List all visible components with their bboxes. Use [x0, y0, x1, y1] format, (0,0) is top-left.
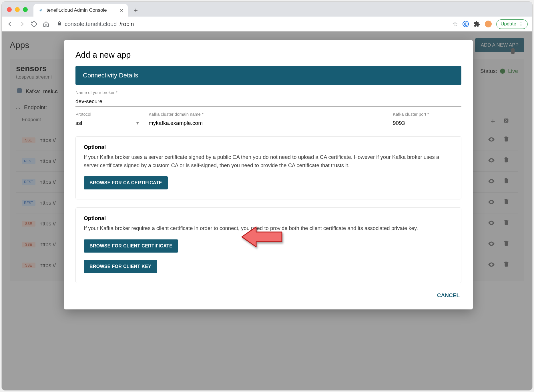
- url-host: console.tenefit.cloud: [65, 21, 117, 27]
- close-tab-icon[interactable]: ×: [120, 7, 123, 14]
- extensions-icon[interactable]: [473, 21, 480, 27]
- protocol-select[interactable]: [75, 118, 141, 128]
- ca-help-text: If your Kafka broker uses a server certi…: [84, 153, 453, 169]
- url-field[interactable]: console.tenefit.cloud/robin: [54, 21, 448, 27]
- profile-avatar-icon[interactable]: [485, 21, 492, 27]
- update-button[interactable]: Update ⋮: [496, 19, 528, 29]
- close-window-icon[interactable]: [7, 7, 12, 12]
- cancel-button[interactable]: CANCEL: [435, 289, 461, 301]
- extension-1password-icon[interactable]: ⦿: [463, 21, 469, 27]
- maximize-window-icon[interactable]: [23, 7, 28, 12]
- ca-cert-card: Optional If your Kafka broker uses a ser…: [75, 136, 461, 199]
- browser-tab[interactable]: ✳ tenefit.cloud Admin Console ×: [33, 4, 128, 17]
- tab-bar: ✳ tenefit.cloud Admin Console × +: [2, 2, 532, 17]
- add-app-modal: Add a new app Connectivity Details Name …: [64, 40, 473, 309]
- optional-heading-1: Optional: [84, 144, 453, 150]
- page-viewport: Apps ADD A NEW APP sensors ttospyuu.stre…: [2, 31, 532, 390]
- domain-input[interactable]: [149, 118, 385, 128]
- protocol-label: Protocol: [75, 112, 141, 117]
- reload-button[interactable]: [30, 20, 38, 28]
- favicon-icon: ✳: [38, 7, 44, 13]
- new-tab-button[interactable]: +: [131, 5, 141, 15]
- window-controls: [7, 7, 28, 12]
- modal-title: Add a new app: [75, 50, 461, 60]
- address-bar: console.tenefit.cloud/robin ☆ ⦿ Update ⋮: [2, 17, 532, 31]
- kebab-icon: ⋮: [519, 21, 523, 27]
- forward-button[interactable]: [18, 20, 26, 28]
- browse-client-cert-button[interactable]: BROWSE FOR CLIENT CERTIFICATE: [84, 239, 178, 253]
- update-label: Update: [501, 21, 516, 27]
- url-path: /robin: [119, 21, 134, 27]
- browse-ca-cert-button[interactable]: BROWSE FOR CA CERTIFICATE: [84, 176, 168, 189]
- bookmark-icon[interactable]: ☆: [452, 20, 458, 28]
- dropdown-caret-icon[interactable]: ▼: [136, 121, 140, 125]
- tab-title: tenefit.cloud Admin Console: [47, 7, 107, 13]
- lock-icon: [57, 21, 62, 27]
- broker-name-label: Name of your broker *: [75, 90, 461, 95]
- back-button[interactable]: [6, 20, 14, 28]
- home-button[interactable]: [42, 20, 50, 28]
- browser-window: ✳ tenefit.cloud Admin Console × + consol…: [2, 2, 532, 390]
- port-label: Kafka cluster port *: [393, 112, 461, 117]
- annotation-arrow-icon: [239, 224, 285, 251]
- port-input[interactable]: [393, 118, 461, 128]
- connectivity-section-header: Connectivity Details: [75, 66, 461, 85]
- broker-name-input[interactable]: [75, 97, 461, 107]
- browse-client-key-button[interactable]: BROWSE FOR CLIENT KEY: [84, 260, 157, 273]
- domain-label: Kafka cluster domain name *: [149, 112, 385, 117]
- optional-heading-2: Optional: [84, 215, 453, 221]
- minimize-window-icon[interactable]: [15, 7, 20, 12]
